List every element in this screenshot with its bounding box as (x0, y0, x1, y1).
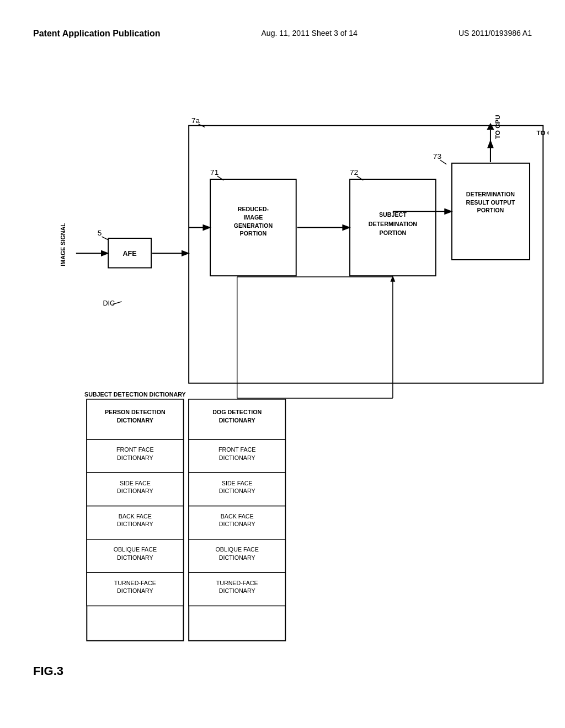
svg-text:DICTIONARY: DICTIONARY (117, 417, 153, 424)
svg-text:72: 72 (350, 168, 358, 176)
svg-text:TURNED-FACE: TURNED-FACE (216, 580, 258, 586)
svg-text:DICTIONARY: DICTIONARY (219, 554, 255, 561)
svg-text:PERSON DETECTION: PERSON DETECTION (105, 409, 166, 415)
svg-text:PORTION: PORTION (240, 230, 267, 237)
svg-text:SUBJECT: SUBJECT (379, 211, 407, 218)
svg-text:PORTION: PORTION (380, 229, 407, 236)
svg-text:SUBJECT DETECTION DICTIONARY: SUBJECT DETECTION DICTIONARY (84, 391, 186, 398)
header: Patent Application Publication Aug. 11, … (0, 29, 565, 39)
svg-text:SIDE FACE: SIDE FACE (120, 480, 151, 486)
svg-text:DIC: DIC (103, 299, 115, 307)
svg-text:DICTIONARY: DICTIONARY (117, 454, 153, 461)
figure-label: FIG.3 (33, 664, 63, 678)
svg-text:DETERMINATION: DETERMINATION (466, 191, 515, 197)
svg-text:OBLIQUE FACE: OBLIQUE FACE (114, 546, 157, 553)
svg-text:71: 71 (210, 168, 218, 176)
svg-text:DETERMINATION: DETERMINATION (369, 221, 417, 227)
svg-text:GENERATION: GENERATION (234, 222, 273, 229)
svg-text:BACK FACE: BACK FACE (221, 513, 254, 520)
svg-text:PORTION: PORTION (477, 207, 504, 213)
svg-text:DICTIONARY: DICTIONARY (219, 417, 255, 424)
svg-text:TO CPU: TO CPU (494, 115, 501, 139)
svg-text:73: 73 (433, 152, 441, 160)
svg-text:DICTIONARY: DICTIONARY (117, 521, 153, 527)
svg-text:REDUCED-: REDUCED- (238, 206, 269, 212)
svg-text:DICTIONARY: DICTIONARY (219, 454, 255, 461)
svg-text:DICTIONARY: DICTIONARY (117, 554, 153, 561)
svg-text:DICTIONARY: DICTIONARY (219, 521, 255, 527)
svg-text:AFE: AFE (123, 250, 137, 258)
svg-text:DICTIONARY: DICTIONARY (117, 488, 153, 494)
svg-text:5: 5 (98, 229, 102, 237)
svg-text:IMAGE SIGNAL: IMAGE SIGNAL (60, 223, 66, 266)
svg-text:IMAGE: IMAGE (243, 214, 263, 221)
diagram: PERSON DETECTION DICTIONARY FRONT FACE D… (33, 88, 548, 667)
svg-text:FRONT FACE: FRONT FACE (218, 446, 256, 453)
svg-text:DICTIONARY: DICTIONARY (117, 587, 153, 594)
header-date-sheet: Aug. 11, 2011 Sheet 3 of 14 (262, 29, 358, 39)
svg-text:TO CPU: TO CPU (537, 129, 548, 136)
svg-rect-45 (350, 179, 436, 276)
svg-text:BACK FACE: BACK FACE (119, 513, 152, 520)
svg-text:SIDE FACE: SIDE FACE (222, 480, 253, 486)
svg-text:RESULT OUTPUT: RESULT OUTPUT (466, 199, 515, 206)
svg-text:7a: 7a (191, 116, 200, 125)
svg-text:DICTIONARY: DICTIONARY (219, 488, 255, 494)
svg-text:FRONT FACE: FRONT FACE (116, 446, 154, 453)
page: Patent Application Publication Aug. 11, … (0, 0, 565, 728)
svg-text:TURNED-FACE: TURNED-FACE (114, 580, 156, 586)
svg-line-62 (102, 237, 109, 240)
svg-text:DOG DETECTION: DOG DETECTION (212, 409, 262, 415)
svg-text:OBLIQUE FACE: OBLIQUE FACE (216, 546, 259, 553)
header-publication-label: Patent Application Publication (33, 29, 161, 39)
svg-text:DICTIONARY: DICTIONARY (219, 587, 255, 594)
header-patent-number: US 2011/0193986 A1 (459, 29, 532, 39)
